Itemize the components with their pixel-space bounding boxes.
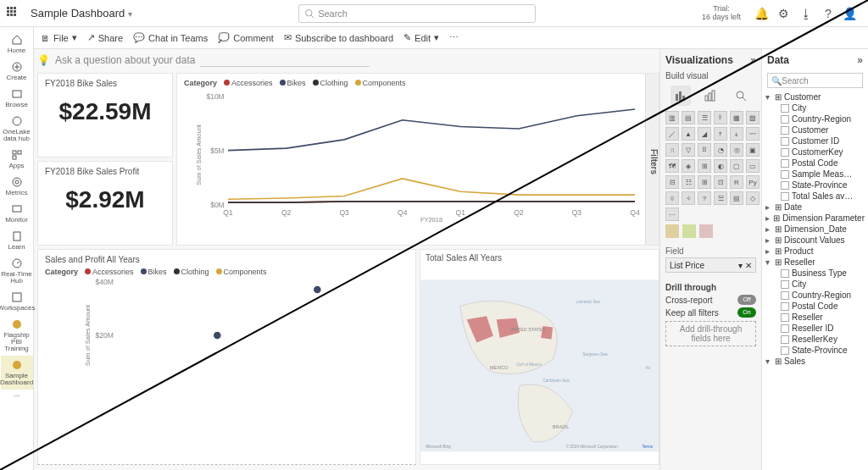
- dashboard-title[interactable]: Sample Dashboard▾: [31, 7, 132, 19]
- vis-waterfall[interactable]: ⎍: [665, 143, 679, 157]
- vis-stacked-bar[interactable]: ▥: [665, 111, 679, 124]
- field-item[interactable]: Total Sales av…: [765, 191, 865, 202]
- vis-funnel[interactable]: ▽: [682, 143, 695, 157]
- table-customer[interactable]: ▾⊞ Customer: [765, 91, 865, 102]
- custom-visual-1[interactable]: [665, 224, 679, 238]
- tile-line-chart[interactable]: Category Accessories Bikes Clothing Comp…: [176, 73, 659, 246]
- tile-scatter-chart[interactable]: Sales and Profit All Years Category Acce…: [37, 249, 416, 465]
- vis-more[interactable]: ⋯: [665, 207, 679, 221]
- vis-100col[interactable]: ▧: [746, 111, 760, 124]
- collapse-icon[interactable]: »: [750, 54, 756, 66]
- vis-table[interactable]: ⊞: [698, 175, 711, 189]
- download-icon[interactable]: ⭳: [798, 7, 815, 20]
- account-icon[interactable]: 👤: [842, 7, 859, 20]
- vis-ribbon[interactable]: 〰: [746, 127, 760, 141]
- global-search[interactable]: Search: [298, 4, 536, 23]
- edit-button[interactable]: ✎ Edit ▾: [403, 32, 439, 43]
- nav-flagship[interactable]: Flagship PBI Training: [1, 315, 33, 356]
- comment-button[interactable]: 💭 Comment: [218, 32, 274, 43]
- settings-icon[interactable]: ⚙: [776, 7, 793, 20]
- vis-combo[interactable]: ⫯: [714, 127, 727, 141]
- qna-bar[interactable]: 💡Ask a question about your data: [37, 49, 659, 71]
- vis-stacked-area[interactable]: ◢: [698, 127, 711, 141]
- nav-more[interactable]: ⋯: [1, 390, 33, 403]
- collapse-icon[interactable]: »: [857, 54, 863, 66]
- tile-map[interactable]: Total Sales All Years UNITED STATES MEXI…: [420, 249, 659, 465]
- subscribe-button[interactable]: ✉ Subscribe to dashboard: [284, 32, 393, 43]
- table-date[interactable]: ▸⊞ Date: [765, 202, 865, 213]
- field-well-value[interactable]: List Price▾ ✕: [665, 257, 756, 273]
- nav-browse[interactable]: Browse: [1, 85, 33, 112]
- more-button[interactable]: ⋯: [449, 32, 459, 43]
- vis-paginated[interactable]: ▤: [730, 191, 743, 205]
- nav-metrics[interactable]: Metrics: [1, 173, 33, 200]
- nav-sample-dashboard[interactable]: Sample Dashboard: [1, 356, 33, 390]
- vis-matrix[interactable]: ⊡: [714, 175, 727, 189]
- keep-filters-toggle[interactable]: On: [737, 307, 756, 318]
- tab-analytics[interactable]: [731, 86, 751, 106]
- nav-monitor[interactable]: Monitor: [1, 200, 33, 227]
- field-item[interactable]: Customer ID: [765, 135, 865, 147]
- vis-map[interactable]: 🗺: [665, 159, 679, 173]
- nav-realtime[interactable]: Real-Time Hub: [1, 254, 33, 288]
- tile-kpi-sales[interactable]: FY2018 Bike Sales $22.59M: [37, 73, 173, 158]
- vis-stacked-col[interactable]: ▤: [682, 111, 695, 124]
- vis-qa[interactable]: ?: [698, 191, 711, 205]
- vis-python[interactable]: Py: [746, 175, 760, 189]
- tab-format[interactable]: [700, 86, 721, 106]
- field-item[interactable]: Country-Region: [765, 113, 865, 124]
- file-menu[interactable]: 🗎 File ▾: [41, 32, 77, 43]
- vis-clustered-col[interactable]: ⫴: [714, 111, 727, 124]
- nav-create[interactable]: Create: [1, 58, 33, 85]
- vis-narrative[interactable]: ☱: [714, 191, 727, 205]
- field-item[interactable]: State-Province: [765, 345, 865, 356]
- notifications-icon[interactable]: 🔔: [754, 7, 771, 20]
- vis-slicer[interactable]: ☷: [682, 175, 695, 189]
- vis-card[interactable]: ▢: [730, 159, 743, 173]
- nav-home[interactable]: Home: [1, 30, 33, 58]
- vis-azure-map[interactable]: ⊞: [698, 159, 711, 173]
- vis-line[interactable]: ／: [665, 127, 679, 141]
- table-discount[interactable]: ▸⊞ Discount Values: [765, 235, 865, 246]
- vis-kpi[interactable]: ⊟: [665, 175, 679, 189]
- custom-visual-2[interactable]: [682, 224, 696, 238]
- field-item[interactable]: City: [765, 102, 865, 113]
- table-dim-param[interactable]: ▸⊞ Dimension Parameter: [765, 213, 865, 224]
- nav-workspaces[interactable]: Workspaces: [1, 288, 33, 315]
- field-item[interactable]: Customer: [765, 124, 865, 135]
- vis-treemap[interactable]: ▣: [746, 143, 760, 157]
- table-product[interactable]: ▸⊞ Product: [765, 246, 865, 257]
- vis-key-influencers[interactable]: ◊: [665, 191, 679, 205]
- table-dim-date[interactable]: ▸⊞ Dimension_Date: [765, 224, 865, 235]
- field-item[interactable]: Reseller ID: [765, 323, 865, 334]
- app-launcher-icon[interactable]: [7, 7, 20, 20]
- field-item[interactable]: CustomerKey: [765, 147, 865, 158]
- field-item[interactable]: Sample Meas…: [765, 169, 865, 180]
- table-reseller[interactable]: ▾⊞ Reseller: [765, 257, 865, 268]
- field-item[interactable]: Reseller: [765, 312, 865, 323]
- data-search[interactable]: 🔍 Search: [767, 73, 863, 88]
- filters-tab[interactable]: Filters: [645, 74, 659, 245]
- share-button[interactable]: ↗ Share: [87, 32, 123, 43]
- vis-donut[interactable]: ◎: [730, 143, 743, 157]
- vis-area[interactable]: ▲: [682, 127, 695, 141]
- vis-pie[interactable]: ◔: [714, 143, 727, 157]
- field-item[interactable]: Postal Code: [765, 158, 865, 169]
- vis-scatter[interactable]: ⠿: [698, 143, 711, 157]
- vis-100bar[interactable]: ▦: [730, 111, 743, 124]
- help-icon[interactable]: ?: [820, 7, 837, 20]
- vis-combo2[interactable]: ⫰: [730, 127, 743, 141]
- vis-multi-card[interactable]: ▭: [746, 159, 760, 173]
- tab-build[interactable]: [670, 86, 691, 106]
- vis-clustered-bar[interactable]: ☰: [698, 111, 711, 124]
- vis-decomp[interactable]: ✧: [682, 191, 695, 205]
- vis-filled-map[interactable]: ◈: [682, 159, 695, 173]
- field-item[interactable]: Postal Code: [765, 301, 865, 312]
- vis-gauge[interactable]: ◐: [714, 159, 727, 173]
- nav-learn[interactable]: Learn: [1, 227, 33, 254]
- nav-onelake[interactable]: OneLake data hub: [1, 112, 33, 146]
- nav-apps[interactable]: Apps: [1, 146, 33, 173]
- cross-report-toggle[interactable]: Off: [737, 295, 756, 305]
- drill-through-dropzone[interactable]: Add drill-through fields here: [665, 321, 756, 346]
- table-sales[interactable]: ▾⊞ Sales: [765, 356, 865, 367]
